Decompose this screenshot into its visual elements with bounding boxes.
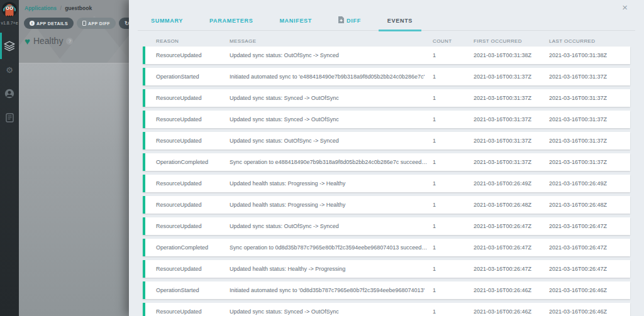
event-message: Sync operation to e488418490e7b9b318a9f8… — [230, 159, 433, 165]
event-reason: ResourceUpdated — [156, 180, 230, 187]
page-background: Applications / guestbook i APP DETAILS A… — [19, 0, 129, 316]
event-message: Initiated automated sync to 'e488418490e… — [230, 74, 433, 80]
event-first-occurred: 2021-03-16T00:31:37Z — [474, 116, 549, 123]
event-row: ResourceUpdated Updated health status: P… — [143, 196, 630, 214]
breadcrumb-applications-link[interactable]: Applications — [25, 5, 57, 11]
sidebar-item-settings[interactable]: ⚙ — [0, 58, 19, 82]
event-last-occurred: 2021-03-16T00:26:47Z — [549, 223, 630, 229]
event-reason: ResourceUpdated — [156, 52, 230, 58]
tab-manifest[interactable]: MANIFEST — [266, 16, 325, 30]
column-header: LAST OCCURRED — [549, 38, 630, 44]
event-last-occurred: 2021-03-16T00:31:37Z — [549, 95, 630, 101]
close-icon[interactable]: × — [622, 2, 628, 13]
event-row: ResourceUpdated Updated sync status: Syn… — [143, 89, 630, 107]
app-action-buttons: i APP DETAILS APP DIFF ↻ SYNC — [19, 11, 129, 29]
event-row: ResourceUpdated Updated sync status: Syn… — [143, 111, 630, 128]
event-message: Sync operation to 0d8d35b787c7965e80b7f2… — [230, 244, 433, 251]
tabs: SUMMARYPARAMETERSMANIFESTDIFFEVENTS — [138, 0, 635, 31]
event-first-occurred: 2021-03-16T00:31:37Z — [474, 138, 549, 144]
event-row: ResourceUpdated Updated health status: P… — [143, 175, 630, 192]
event-last-occurred: 2021-03-16T00:31:37Z — [549, 74, 630, 80]
event-count: 1 — [433, 244, 474, 251]
document-icon — [6, 113, 14, 123]
column-header: REASON — [156, 38, 230, 44]
sidebar-item-applications[interactable] — [0, 34, 19, 58]
event-first-occurred: 2021-03-16T00:26:47Z — [474, 223, 549, 229]
event-message: Updated sync status: OutOfSync -> Synced — [230, 223, 433, 229]
sidebar: v1.8.7+e ⚙ — [0, 0, 19, 316]
column-header: COUNT — [433, 38, 474, 44]
event-row: OperationCompleted Sync operation to e48… — [143, 153, 630, 171]
event-last-occurred: 2021-03-16T00:26:49Z — [549, 180, 630, 187]
event-first-occurred: 2021-03-16T00:31:37Z — [474, 74, 549, 80]
user-icon — [4, 89, 14, 99]
event-first-occurred: 2021-03-16T00:26:49Z — [474, 180, 549, 187]
event-count: 1 — [433, 159, 474, 165]
event-first-occurred: 2021-03-16T00:26:47Z — [474, 244, 549, 251]
event-last-occurred: 2021-03-16T00:31:37Z — [549, 116, 630, 123]
events-table-header: REASONMESSAGECOUNTFIRST OCCURREDLAST OCC… — [143, 36, 630, 46]
sync-button[interactable]: ↻ SYNC — [119, 18, 129, 29]
question-icon[interactable]: ? — [66, 38, 73, 45]
sync-icon: ↻ — [125, 21, 129, 26]
column-header: FIRST OCCURRED — [474, 38, 549, 44]
event-reason: ResourceUpdated — [156, 138, 230, 144]
event-reason: OperationStarted — [156, 287, 230, 293]
column-header: MESSAGE — [230, 38, 433, 44]
event-reason: ResourceUpdated — [156, 308, 230, 315]
event-count: 1 — [433, 74, 474, 80]
app-health-status: ♥ Healthy ? — [25, 36, 129, 46]
sidebar-item-user[interactable] — [0, 82, 19, 106]
gear-icon: ⚙ — [6, 65, 13, 75]
tab-label: DIFF — [347, 18, 361, 24]
event-count: 1 — [433, 308, 474, 315]
event-first-occurred: 2021-03-16T00:31:37Z — [474, 159, 549, 165]
event-first-occurred: 2021-03-16T00:26:46Z — [474, 287, 549, 293]
event-reason: OperationCompleted — [156, 244, 230, 251]
tab-parameters[interactable]: PARAMETERS — [196, 16, 266, 30]
event-count: 1 — [433, 138, 474, 144]
app-details-button[interactable]: i APP DETAILS — [24, 18, 74, 29]
page-body-dimmed — [19, 63, 129, 316]
app-diff-label: APP DIFF — [88, 21, 110, 26]
tab-diff[interactable]: DIFF — [325, 16, 374, 30]
event-first-occurred: 2021-03-16T00:26:47Z — [474, 266, 549, 272]
tab-label: MANIFEST — [279, 18, 312, 24]
event-message: Updated health status: Healthy -> Progre… — [230, 266, 433, 272]
event-last-occurred: 2021-03-16T00:26:47Z — [549, 266, 630, 272]
heart-icon: ♥ — [25, 36, 30, 46]
event-last-occurred: 2021-03-16T00:26:46Z — [549, 308, 630, 315]
tab-events[interactable]: EVENTS — [374, 16, 426, 30]
sidebar-item-docs[interactable] — [0, 106, 19, 129]
event-row: OperationCompleted Sync operation to 0d8… — [143, 239, 630, 256]
version-label: v1.8.7+e — [0, 21, 19, 25]
event-reason: OperationCompleted — [156, 159, 230, 165]
events-table: REASONMESSAGECOUNTFIRST OCCURREDLAST OCC… — [143, 36, 630, 316]
event-row: ResourceUpdated Updated sync status: Out… — [143, 46, 630, 64]
event-message: Updated sync status: OutOfSync -> Synced — [230, 52, 433, 58]
event-first-occurred: 2021-03-16T00:31:37Z — [474, 95, 549, 101]
event-message: Updated health status: Progressing -> He… — [230, 202, 433, 208]
event-count: 1 — [433, 223, 474, 229]
event-count: 1 — [433, 116, 474, 123]
event-row: ResourceUpdated Updated sync status: Syn… — [143, 303, 630, 316]
event-row: ResourceUpdated Updated sync status: Out… — [143, 132, 630, 150]
event-last-occurred: 2021-03-16T00:26:47Z — [549, 244, 630, 251]
event-count: 1 — [433, 287, 474, 293]
tab-summary[interactable]: SUMMARY — [138, 16, 196, 30]
argo-logo-icon — [2, 1, 17, 20]
event-last-occurred: 2021-03-16T00:31:38Z — [549, 52, 630, 58]
app-diff-button[interactable]: APP DIFF — [77, 18, 116, 29]
event-row: ResourceUpdated Updated health status: H… — [143, 260, 630, 278]
event-first-occurred: 2021-03-16T00:31:38Z — [474, 52, 549, 58]
file-icon — [82, 21, 86, 26]
event-count: 1 — [433, 202, 474, 208]
event-count: 1 — [433, 180, 474, 187]
health-status-label: Healthy — [33, 36, 63, 46]
event-reason: ResourceUpdated — [156, 266, 230, 272]
event-last-occurred: 2021-03-16T00:31:37Z — [549, 138, 630, 144]
event-reason: OperationStarted — [156, 74, 230, 80]
event-count: 1 — [433, 266, 474, 272]
event-message: Updated sync status: OutOfSync -> Synced — [230, 138, 433, 144]
event-first-occurred: 2021-03-16T00:26:46Z — [474, 308, 549, 315]
